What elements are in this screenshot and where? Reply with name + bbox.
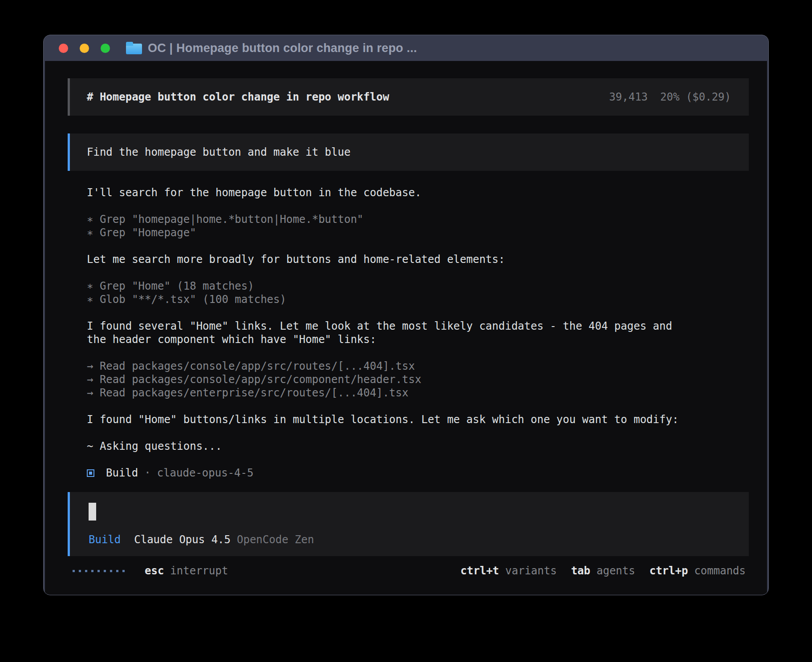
text-cursor: [89, 503, 96, 521]
chat-transcript: I'll search for the homepage button in t…: [45, 186, 715, 480]
tool-call-glob: ∗ Glob "**/*.tsx" (100 matches): [87, 293, 697, 306]
folder-icon: [126, 42, 142, 54]
token-count: 39,413: [609, 90, 648, 104]
keyhint-key: esc: [145, 564, 164, 577]
input-agent-label: Build: [89, 533, 121, 546]
agent-name: Build: [106, 466, 138, 480]
agent-model: claude-opus-4-5: [157, 466, 254, 480]
terminal-window: OC | Homepage button color change in rep…: [43, 35, 769, 595]
keyhint-agents: tab agents: [571, 564, 635, 577]
statusbar: esc interrupt ctrl+t variants tab agents…: [45, 564, 767, 585]
tool-call-group: → Read packages/console/app/src/routes/[…: [87, 359, 697, 400]
assistant-paragraph: I found "Home" buttons/links in multiple…: [87, 413, 697, 426]
traffic-lights: [59, 44, 110, 53]
assistant-paragraph: Let me search more broadly for buttons a…: [87, 253, 697, 266]
spinner-dots-icon: [73, 570, 125, 572]
session-title: # Homepage button color change in repo w…: [87, 90, 389, 104]
tool-call-read: → Read packages/console/app/src/componen…: [87, 373, 697, 386]
zoom-button[interactable]: [101, 44, 110, 53]
agent-badge-line: Build · claude-opus-4-5: [87, 466, 697, 480]
keyhint-variants: ctrl+t variants: [460, 564, 556, 577]
session-header: # Homepage button color change in repo w…: [68, 78, 749, 116]
tool-call-read: → Read packages/console/app/src/routes/[…: [87, 359, 697, 373]
user-message: Find the homepage button and make it blu…: [68, 133, 749, 171]
keyhint-label: agents: [597, 564, 635, 577]
separator-dot: ·: [144, 466, 150, 480]
context-cost: 20% ($0.29): [660, 90, 731, 104]
keyhint-label: commands: [694, 564, 746, 577]
tool-call-grep: ∗ Grep "Home" (18 matches): [87, 279, 697, 293]
tool-call-grep: ∗ Grep "homepage|home.*button|Home.*butt…: [87, 213, 697, 226]
user-message-text: Find the homepage button and make it blu…: [87, 146, 350, 158]
input-model-label: Claude Opus 4.5: [134, 533, 231, 546]
keyhint-key: ctrl+p: [650, 564, 688, 577]
titlebar: OC | Homepage button color change in rep…: [44, 35, 768, 61]
tool-call-group: ∗ Grep "Home" (18 matches) ∗ Glob "**/*.…: [87, 279, 697, 306]
session-stats: 39,413 20% ($0.29): [609, 90, 731, 104]
close-button[interactable]: [59, 44, 68, 53]
assistant-paragraph: I found several "Home" links. Let me loo…: [87, 319, 697, 346]
keyhint-commands: ctrl+p commands: [650, 564, 746, 577]
keyhint-label: interrupt: [170, 564, 228, 577]
keyhint-key: ctrl+t: [460, 564, 499, 577]
agent-task-icon: [87, 469, 94, 477]
tool-call-read: → Read packages/enterprise/src/routes/[.…: [87, 386, 697, 400]
keyhint-interrupt: esc interrupt: [145, 564, 228, 577]
input-meta: Build Claude Opus 4.5 OpenCode Zen: [89, 533, 731, 546]
prompt-input[interactable]: Build Claude Opus 4.5 OpenCode Zen: [68, 492, 749, 556]
keyhint-label: variants: [505, 564, 557, 577]
tool-running-status: ~ Asking questions...: [87, 440, 697, 453]
terminal-content: # Homepage button color change in repo w…: [45, 61, 767, 595]
minimize-button[interactable]: [80, 44, 89, 53]
keyhint-key: tab: [571, 564, 590, 577]
assistant-paragraph: I'll search for the homepage button in t…: [87, 186, 697, 199]
tool-call-group: ∗ Grep "homepage|home.*button|Home.*butt…: [87, 213, 697, 239]
tool-call-grep: ∗ Grep "Homepage": [87, 226, 697, 239]
input-provider-label: OpenCode Zen: [237, 533, 314, 546]
window-title: OC | Homepage button color change in rep…: [148, 41, 417, 55]
